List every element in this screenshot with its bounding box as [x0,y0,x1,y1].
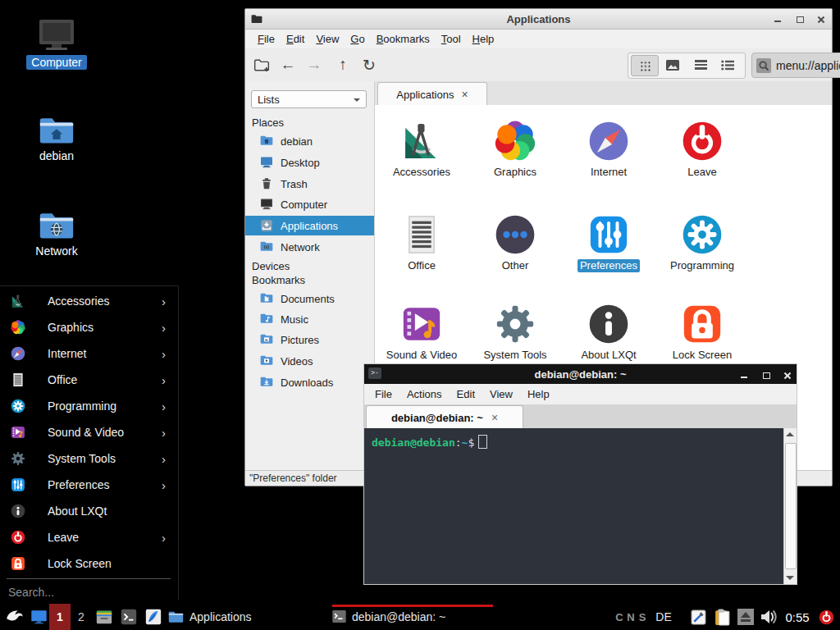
quicklaunch-file-manager[interactable] [94,604,115,630]
menu-view[interactable]: View [482,386,520,402]
back-button[interactable]: ← [276,53,299,76]
tray-eject[interactable] [736,604,756,630]
grid-item-office[interactable]: Office [375,212,468,297]
menu-item-lock-screen[interactable]: Lock Screen [0,550,177,577]
menu-item-system-tools[interactable]: System Tools › [0,445,177,472]
menu-view[interactable]: View [310,31,345,47]
sidebar-item-pictures[interactable]: Pictures [245,330,374,349]
scrollbar-thumb[interactable] [785,443,797,569]
power-icon [679,118,725,164]
minimize-button[interactable] [738,371,750,381]
up-button[interactable]: ↑ [331,53,354,76]
grid-item-other[interactable]: Other [468,212,562,297]
sidebar-item-music[interactable]: Music [245,309,374,329]
leave-button[interactable] [815,604,837,630]
desktop-icon-computer[interactable]: Computer [8,18,105,70]
tab-applications[interactable]: Applications × [377,82,487,106]
tray-clipboard[interactable] [710,604,733,630]
sidebar-item-network[interactable]: Network [245,237,374,257]
sidebar-item-trash[interactable]: Trash [245,174,374,194]
pictures-folder-icon [260,333,273,346]
path-bar[interactable]: menu://applications/ [751,52,840,78]
menu-item-programming[interactable]: Programming › [0,393,177,419]
sidebar-mode-combo[interactable]: Lists [251,90,367,108]
sidebar-item-applications[interactable]: Applications [245,216,374,235]
scroll-down-icon[interactable] [786,576,794,580]
menu-actions[interactable]: Actions [399,386,450,402]
menu-go[interactable]: Go [345,31,370,47]
workspace-2-button[interactable]: 2 [72,604,90,630]
maximize-button[interactable] [760,371,772,381]
window-folder-icon [251,14,262,24]
menu-edit[interactable]: Edit [450,386,482,402]
sidebar-item-documents[interactable]: Documents [245,289,374,308]
downloads-folder-icon [260,376,273,389]
tab-close-icon[interactable]: × [491,411,498,424]
grid-item-programming[interactable]: Programming [655,212,749,297]
task-button-applications[interactable]: Applications [168,604,329,630]
grid-item-graphics[interactable]: Graphics [468,118,562,203]
quicklaunch-featherpad[interactable] [143,604,164,630]
taskbar-panel: 1 2 Applications debian@debian: ~ C N S … [0,604,840,630]
desktop-icon-label: Network [30,244,82,258]
menu-help[interactable]: Help [467,31,500,47]
menu-file[interactable]: File [252,31,281,47]
sidebar-item-computer[interactable]: Computer [245,194,374,214]
speaker-icon [760,609,778,625]
grid-item-preferences[interactable]: Preferences [562,212,655,297]
desktop-icon-debian[interactable]: debian [8,115,105,163]
menu-item-leave[interactable]: Leave › [0,524,177,550]
menu-item-accessories[interactable]: Accessories › [0,288,177,314]
detailed-view-button[interactable] [714,55,741,75]
close-button[interactable] [782,371,793,381]
tab-close-icon[interactable]: × [461,88,468,101]
icon-view-button[interactable] [631,55,659,76]
reload-button[interactable]: ↻ [358,53,381,76]
accessories-icon [10,293,26,309]
menu-file[interactable]: File [368,386,399,402]
start-menu-button[interactable] [3,604,26,630]
sidebar-item-debian[interactable]: debian [245,131,374,151]
terminal-tab[interactable]: debian@debian: ~ × [366,405,523,429]
quicklaunch-terminal[interactable] [118,604,139,630]
task-button-terminal[interactable]: debian@debian: ~ [332,604,493,630]
grid-item-accessories[interactable]: Accessories [375,118,468,203]
menu-edit[interactable]: Edit [281,31,310,47]
menu-tool[interactable]: Tool [436,31,467,47]
show-desktop-button[interactable] [28,604,49,630]
desktop-icon-network[interactable]: Network [8,210,105,258]
sidebar-item-desktop[interactable]: Desktop [245,153,374,172]
menu-item-preferences[interactable]: Preferences › [0,472,177,498]
maximize-button[interactable] [794,15,806,25]
tray-screenshot[interactable] [687,604,709,630]
file-manager-titlebar[interactable]: Applications [245,9,832,30]
menu-item-graphics[interactable]: Graphics › [0,314,177,340]
menu-item-internet[interactable]: Internet › [0,340,177,367]
menu-item-about-lxqt[interactable]: About LXQt [0,498,177,524]
sidebar-item-videos[interactable]: Videos [245,351,374,371]
thumbnail-view-button[interactable] [660,55,686,75]
compact-view-button[interactable] [687,55,714,75]
tray-volume[interactable] [758,604,779,630]
clock[interactable]: 0:55 [783,604,812,630]
grid-item-leave[interactable]: Leave [655,118,749,203]
forward-button[interactable]: → [303,53,326,76]
new-tab-button[interactable] [250,53,273,76]
keyboard-layout-indicator[interactable]: DE [654,604,673,630]
menu-item-sound-video[interactable]: Sound & Video › [0,419,177,445]
menu-bookmarks[interactable]: Bookmarks [371,31,436,47]
scroll-up-icon[interactable] [786,432,794,436]
menu-item-office[interactable]: Office › [0,367,177,393]
workspace-1-button[interactable]: 1 [49,604,71,630]
menu-search-input[interactable] [7,583,174,601]
sidebar-item-downloads[interactable]: Downloads [245,372,374,392]
terminal-output[interactable]: debian@debian:~$ [364,428,784,584]
terminal-scrollbar[interactable] [783,428,797,584]
close-button[interactable] [815,15,827,25]
terminal-titlebar[interactable]: debian@debian: ~ [364,364,797,384]
internet-icon [10,345,26,362]
graphics-icon [492,118,538,164]
minimize-button[interactable] [772,15,783,25]
grid-item-internet[interactable]: Internet [562,118,655,203]
menu-help[interactable]: Help [520,386,557,402]
